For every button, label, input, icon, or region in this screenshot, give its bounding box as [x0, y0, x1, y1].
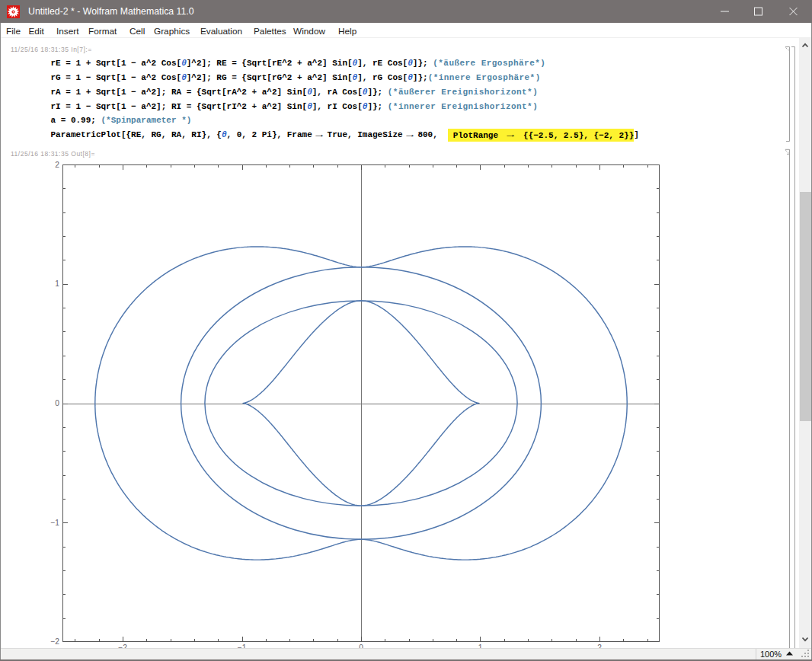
svg-text:−1: −1	[50, 519, 59, 527]
svg-text:−2: −2	[50, 637, 59, 646]
svg-text:2: 2	[55, 161, 59, 169]
svg-text:1: 1	[55, 279, 59, 288]
svg-text:0: 0	[55, 399, 59, 407]
